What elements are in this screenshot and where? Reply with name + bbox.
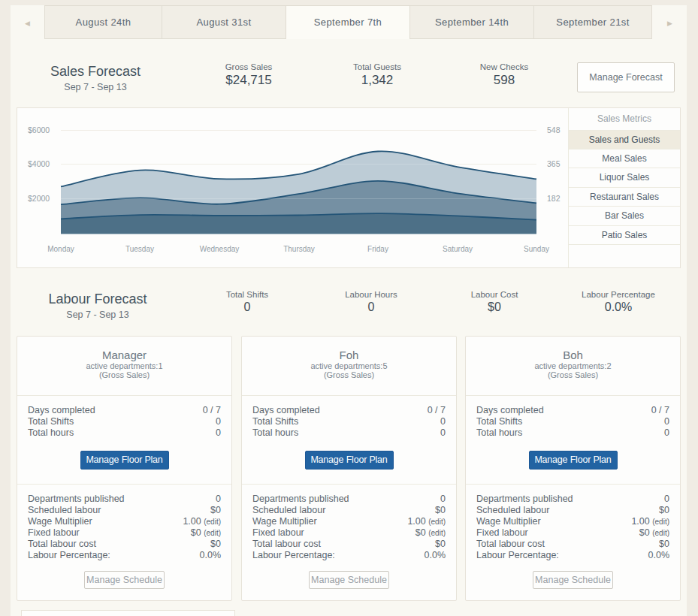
svg-text:548: 548 xyxy=(547,125,561,134)
svg-text:Tuesday: Tuesday xyxy=(125,245,154,253)
svg-text:182: 182 xyxy=(547,194,561,203)
svg-text:Wednesday: Wednesday xyxy=(200,245,240,253)
svg-text:$2000: $2000 xyxy=(28,194,50,203)
svg-text:Monday: Monday xyxy=(47,245,74,253)
svg-text:$4000: $4000 xyxy=(28,159,50,168)
svg-text:365: 365 xyxy=(547,159,561,168)
svg-text:Friday: Friday xyxy=(367,245,388,253)
svg-text:Sunday: Sunday xyxy=(524,245,549,253)
svg-text:$6000: $6000 xyxy=(28,125,50,134)
svg-text:Saturday: Saturday xyxy=(443,245,473,253)
svg-text:Thursday: Thursday xyxy=(283,245,315,253)
